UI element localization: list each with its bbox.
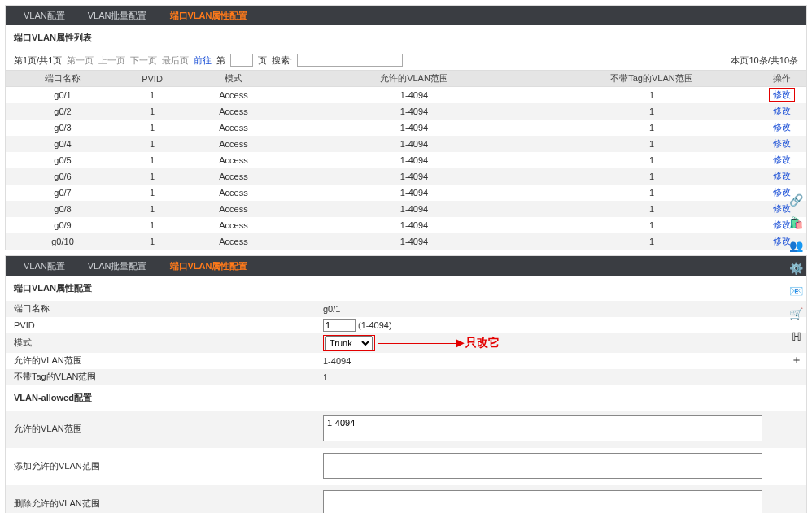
cell-port: g0/7 (6, 185, 120, 201)
allowed-label: 删除允许的VLAN范围 (6, 485, 315, 514)
col-port: 端口名称 (6, 71, 120, 87)
cell-mode: Access (185, 217, 282, 233)
cell-mode: Access (185, 103, 282, 120)
cell-op: 修改 (757, 136, 806, 152)
cell-allowed: 1-4094 (282, 87, 546, 103)
cell-pvid: 1 (120, 201, 185, 217)
cell-untagged: 1 (546, 233, 757, 250)
edit-link[interactable]: 修改 (773, 122, 791, 132)
cell-mode: Access (185, 233, 282, 250)
cell-allowed: 1-4094 (282, 152, 546, 168)
edit-link[interactable]: 修改 (773, 187, 791, 197)
side-icon-5[interactable]: 🛒 (789, 307, 803, 320)
table-row: g0/21Access1-40941修改 (6, 103, 806, 120)
edit-link[interactable]: 修改 (773, 171, 791, 180)
side-toolbar: 🔗🛍️👥⚙️📧🛒ℍ＋ (789, 193, 803, 367)
config-panel: VLAN配置 VLAN批量配置 端口VLAN属性配置 端口VLAN属性配置 端口… (5, 255, 807, 514)
cell-mode: Access (185, 152, 282, 168)
pager-stats: 本页10条/共10条 (731, 54, 798, 67)
allowed-value-cell (315, 411, 806, 448)
pager-next[interactable]: 下一页 (130, 54, 157, 67)
tab-vlan-config-2[interactable]: VLAN配置 (12, 256, 76, 276)
side-icon-4[interactable]: 📧 (789, 285, 803, 298)
cell-untagged: 1 (546, 87, 757, 103)
allowed-row: 删除允许的VLAN范围 (6, 485, 806, 514)
edit-link[interactable]: 修改 (773, 236, 791, 246)
cell-mode: Access (185, 136, 282, 152)
cell-port: g0/2 (6, 103, 120, 120)
allowed-value-cell (315, 448, 806, 485)
side-icon-7[interactable]: ＋ (791, 353, 802, 367)
cfg-pvid-input[interactable] (323, 319, 356, 332)
tab-vlan-config[interactable]: VLAN配置 (12, 6, 76, 25)
cfg-allowed-value: 1-4094 (315, 353, 806, 369)
allowed-row: 允许的VLAN范围 (6, 411, 806, 448)
cell-untagged: 1 (546, 201, 757, 217)
side-icon-3[interactable]: ⚙️ (789, 262, 803, 275)
pager-page-prefix: 第 (216, 54, 225, 67)
cell-pvid: 1 (120, 103, 185, 120)
cell-allowed: 1-4094 (282, 120, 546, 136)
allowed-input-0[interactable] (323, 415, 762, 441)
cell-port: g0/6 (6, 168, 120, 185)
allowed-input-1[interactable] (323, 453, 762, 479)
edit-link[interactable]: 修改 (773, 154, 791, 164)
cfg-port-label: 端口名称 (6, 301, 315, 317)
edit-link[interactable]: 修改 (773, 203, 791, 213)
edit-link[interactable]: 修改 (773, 138, 791, 148)
cell-pvid: 1 (120, 217, 185, 233)
tab-port-vlan-attr[interactable]: 端口VLAN属性配置 (159, 6, 260, 25)
cell-mode: Access (185, 87, 282, 103)
cell-allowed: 1-4094 (282, 233, 546, 250)
tab-vlan-batch[interactable]: VLAN批量配置 (76, 6, 159, 25)
side-icon-0[interactable]: 🔗 (789, 193, 803, 207)
side-icon-6[interactable]: ℍ (792, 330, 801, 343)
table-row: g0/81Access1-40941修改 (6, 201, 806, 217)
cell-allowed: 1-4094 (282, 201, 546, 217)
cell-allowed: 1-4094 (282, 168, 546, 185)
cfg-title: 端口VLAN属性配置 (6, 276, 806, 301)
list-panel: VLAN配置 VLAN批量配置 端口VLAN属性配置 端口VLAN属性列表 第1… (5, 5, 807, 250)
cell-pvid: 1 (120, 185, 185, 201)
allowed-table: 允许的VLAN范围添加允许的VLAN范围删除允许的VLAN范围 (6, 411, 806, 514)
cell-allowed: 1-4094 (282, 185, 546, 201)
cfg-untagged-value: 1 (315, 369, 806, 385)
edit-link[interactable]: 修改 (773, 220, 791, 229)
pager-search-label: 搜索: (272, 54, 292, 67)
cell-pvid: 1 (120, 120, 185, 136)
table-row: g0/61Access1-40941修改 (6, 168, 806, 185)
edit-link[interactable]: 修改 (769, 88, 795, 102)
cell-pvid: 1 (120, 168, 185, 185)
cell-mode: Access (185, 120, 282, 136)
port-table: 端口名称 PVID 模式 允许的VLAN范围 不带Tag的VLAN范围 操作 g… (6, 70, 806, 250)
cell-mode: Access (185, 168, 282, 185)
allowed-input-2[interactable] (323, 490, 762, 514)
edit-link[interactable]: 修改 (773, 106, 791, 115)
cell-port: g0/8 (6, 201, 120, 217)
cfg-mode-select[interactable]: AccessTrunkHybrid (325, 336, 373, 350)
pager-page-input[interactable] (230, 54, 253, 67)
annotation-arrow-icon: ————————▶ (378, 336, 463, 349)
pager-first[interactable]: 第一页 (67, 54, 94, 67)
side-icon-1[interactable]: 🛍️ (789, 216, 803, 229)
pager-prev[interactable]: 上一页 (98, 54, 125, 67)
cell-pvid: 1 (120, 136, 185, 152)
tab-vlan-batch-2[interactable]: VLAN批量配置 (76, 256, 159, 276)
tab-port-vlan-attr-2[interactable]: 端口VLAN属性配置 (159, 256, 260, 276)
cfg-allowed-label: 允许的VLAN范围 (6, 353, 315, 369)
cell-untagged: 1 (546, 185, 757, 201)
cell-port: g0/10 (6, 233, 120, 250)
table-row: g0/41Access1-40941修改 (6, 136, 806, 152)
allowed-label: 添加允许的VLAN范围 (6, 448, 315, 485)
col-op: 操作 (757, 71, 806, 87)
col-pvid: PVID (120, 71, 185, 87)
pager-search-input[interactable] (297, 54, 403, 67)
pager-go[interactable]: 前往 (194, 54, 212, 67)
tabbar-bottom: VLAN配置 VLAN批量配置 端口VLAN属性配置 (6, 256, 806, 276)
pager-last[interactable]: 最后页 (162, 54, 189, 67)
col-mode: 模式 (185, 71, 282, 87)
side-icon-2[interactable]: 👥 (789, 239, 803, 252)
col-untagged: 不带Tag的VLAN范围 (546, 71, 757, 87)
table-row: g0/51Access1-40941修改 (6, 152, 806, 168)
cell-op: 修改 (757, 103, 806, 120)
